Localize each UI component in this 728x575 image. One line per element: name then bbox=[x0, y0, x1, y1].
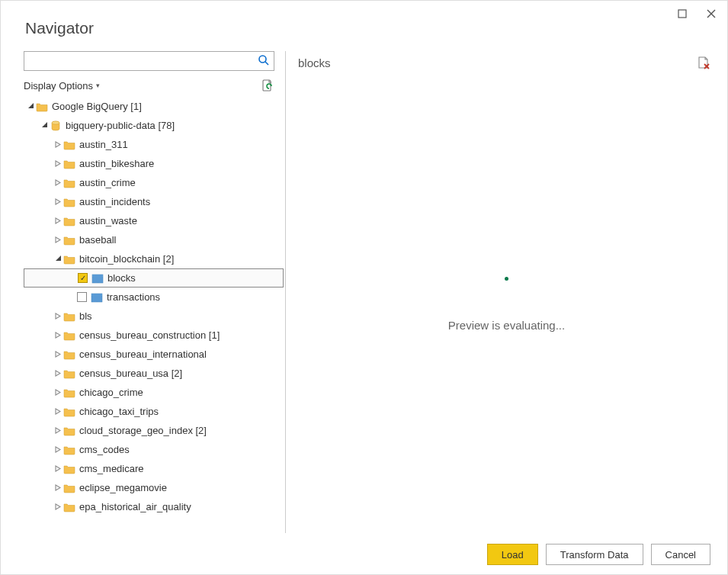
tree-label: chicago_crime bbox=[79, 387, 143, 398]
tree-label: chicago_taxi_trips bbox=[79, 406, 159, 417]
tree-label: bls bbox=[79, 310, 92, 322]
clear-preview-icon[interactable] bbox=[697, 56, 710, 69]
expand-caret-icon[interactable] bbox=[54, 217, 62, 224]
tree-row[interactable]: austin_incidents bbox=[24, 192, 284, 211]
tree-row[interactable]: bigquery-public-data [78] bbox=[24, 116, 284, 135]
tree-label: austin_incidents bbox=[79, 196, 150, 207]
expand-caret-icon[interactable] bbox=[54, 503, 62, 510]
search-input[interactable] bbox=[24, 51, 274, 71]
svg-rect-0 bbox=[678, 10, 686, 18]
tree-row[interactable]: bitcoin_blockchain [2] bbox=[24, 249, 284, 268]
tree-label: census_bureau_international bbox=[79, 349, 207, 360]
tree-label: cms_medicare bbox=[79, 463, 144, 474]
tree-row[interactable]: cms_medicare bbox=[24, 459, 284, 478]
preview-pane: blocks Preview is evaluating... bbox=[286, 51, 715, 533]
tree-row[interactable]: chicago_crime bbox=[24, 383, 284, 402]
tree-row[interactable]: austin_311 bbox=[24, 135, 284, 154]
spinner-icon bbox=[505, 277, 508, 281]
expand-caret-icon[interactable] bbox=[54, 427, 62, 434]
dataset-tree[interactable]: Google BigQuery [1]bigquery-public-data … bbox=[24, 97, 285, 533]
expand-caret-icon[interactable] bbox=[54, 141, 62, 148]
tree-label: bitcoin_blockchain [2] bbox=[79, 253, 174, 265]
tree-label: austin_crime bbox=[79, 177, 136, 188]
checkbox[interactable] bbox=[77, 292, 87, 302]
checkbox[interactable] bbox=[78, 273, 88, 283]
tree-row[interactable]: census_bureau_international bbox=[24, 345, 284, 364]
tree-label: austin_311 bbox=[79, 139, 128, 150]
tree-label: bigquery-public-data [78] bbox=[66, 120, 175, 131]
expand-caret-icon[interactable] bbox=[54, 465, 62, 472]
tree-label: baseball bbox=[79, 234, 116, 246]
tree-row[interactable]: cloud_storage_geo_index [2] bbox=[24, 421, 284, 440]
expand-caret-icon[interactable] bbox=[27, 102, 34, 109]
transform-data-button[interactable]: Transform Data bbox=[546, 544, 643, 565]
tree-label: cms_codes bbox=[79, 444, 130, 455]
expand-caret-icon[interactable] bbox=[54, 236, 62, 243]
tree-label: eclipse_megamovie bbox=[79, 482, 167, 493]
tree-row[interactable]: cms_codes bbox=[24, 440, 284, 459]
tree-row[interactable]: eclipse_megamovie bbox=[24, 478, 284, 497]
tree-label: austin_waste bbox=[79, 215, 137, 226]
dialog-footer: Load Transform Data Cancel bbox=[1, 533, 727, 575]
expand-caret-icon[interactable] bbox=[54, 484, 62, 491]
tree-row[interactable]: epa_historical_air_quality bbox=[24, 497, 284, 516]
tree-label: epa_historical_air_quality bbox=[79, 501, 191, 512]
preview-status: Preview is evaluating... bbox=[448, 319, 565, 332]
tree-label: transactions bbox=[107, 291, 160, 303]
tree-label: blocks bbox=[107, 272, 136, 284]
close-button[interactable] bbox=[704, 6, 719, 21]
expand-caret-icon[interactable] bbox=[54, 179, 62, 186]
tree-row[interactable]: austin_waste bbox=[24, 211, 284, 230]
expand-caret-icon[interactable] bbox=[54, 198, 62, 205]
refresh-icon[interactable] bbox=[261, 79, 274, 92]
tree-row[interactable]: census_bureau_usa [2] bbox=[24, 364, 284, 383]
tree-row[interactable]: bls bbox=[24, 307, 284, 326]
expand-caret-icon[interactable] bbox=[54, 351, 62, 358]
tree-label: Google BigQuery [1] bbox=[52, 101, 142, 112]
search-icon[interactable] bbox=[258, 54, 270, 66]
tree-row[interactable]: census_bureau_construction [1] bbox=[24, 326, 284, 345]
tree-row[interactable]: transactions bbox=[24, 288, 284, 307]
maximize-button[interactable] bbox=[675, 6, 690, 21]
navigator-pane: Display Options ▾ Google BigQuery [1]big… bbox=[13, 51, 286, 533]
display-options-label: Display Options bbox=[24, 80, 93, 92]
expand-caret-icon[interactable] bbox=[54, 370, 62, 377]
tree-label: cloud_storage_geo_index [2] bbox=[79, 425, 207, 436]
expand-caret-icon[interactable] bbox=[54, 332, 62, 339]
tree-row[interactable]: Google BigQuery [1] bbox=[24, 97, 284, 116]
expand-caret-icon[interactable] bbox=[54, 313, 62, 320]
svg-point-3 bbox=[259, 56, 266, 63]
tree-row[interactable]: austin_crime bbox=[24, 173, 284, 192]
tree-label: census_bureau_usa [2] bbox=[79, 368, 182, 379]
tree-label: austin_bikeshare bbox=[79, 158, 154, 169]
chevron-down-icon: ▾ bbox=[96, 82, 100, 89]
expand-caret-icon[interactable] bbox=[40, 121, 48, 128]
preview-title: blocks bbox=[298, 56, 331, 69]
expand-caret-icon[interactable] bbox=[54, 255, 62, 262]
load-button[interactable]: Load bbox=[487, 544, 538, 565]
expand-caret-icon[interactable] bbox=[54, 389, 62, 396]
tree-label: census_bureau_construction [1] bbox=[79, 329, 220, 341]
cancel-button[interactable]: Cancel bbox=[651, 544, 710, 565]
tree-row[interactable]: baseball bbox=[24, 230, 284, 249]
page-title: Navigator bbox=[1, 1, 727, 51]
expand-caret-icon[interactable] bbox=[54, 408, 62, 415]
tree-row[interactable]: austin_bikeshare bbox=[24, 154, 284, 173]
tree-row[interactable]: blocks bbox=[24, 268, 284, 288]
expand-caret-icon[interactable] bbox=[54, 446, 62, 453]
display-options-dropdown[interactable]: Display Options ▾ bbox=[24, 80, 100, 92]
tree-row[interactable]: chicago_taxi_trips bbox=[24, 402, 284, 421]
expand-caret-icon[interactable] bbox=[54, 160, 62, 167]
svg-line-4 bbox=[265, 62, 268, 65]
